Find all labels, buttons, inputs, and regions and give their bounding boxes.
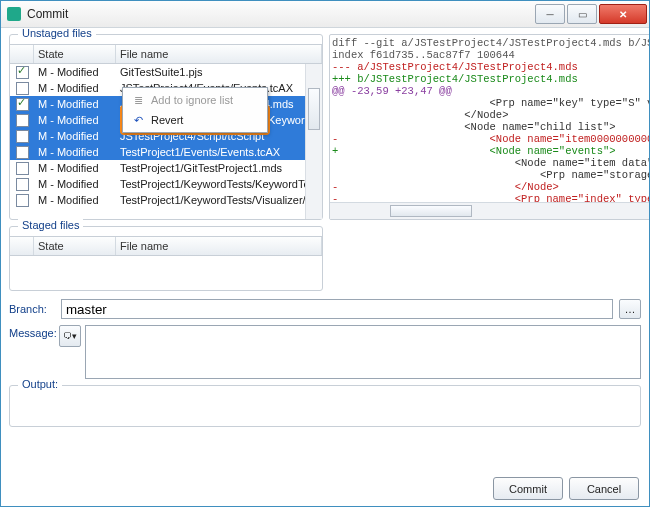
row-checkbox[interactable] <box>16 66 29 79</box>
table-row[interactable]: M - ModifiedGitTestSuite1.pjs <box>10 64 322 80</box>
diff-line: <Node name="item data"> <box>332 157 649 169</box>
row-checkbox[interactable] <box>16 146 29 159</box>
row-state: M - Modified <box>34 146 116 158</box>
diff-line: <Prp name="storage" type="S" <box>332 169 649 181</box>
table-row[interactable]: M - ModifiedTestProject1/Events/Events.t… <box>10 144 322 160</box>
close-button[interactable]: ✕ <box>599 4 647 24</box>
minimize-button[interactable]: ─ <box>535 4 565 24</box>
row-state: M - Modified <box>34 98 116 110</box>
ctx-revert[interactable]: ↶ Revert <box>125 110 265 130</box>
context-menu: ≣ Add to ignore list ↶ Revert <box>122 87 268 133</box>
row-checkbox[interactable] <box>16 130 29 143</box>
commit-button-label: Commit <box>509 483 547 495</box>
undo-icon: ↶ <box>131 114 145 127</box>
diff-line: - </Node> <box>332 181 649 193</box>
diff-line: diff --git a/JSTestProject4/JSTestProjec… <box>332 37 649 49</box>
row-checkbox[interactable] <box>16 114 29 127</box>
row-filename: TestProject1/KeywordTests/Visualizer/Tes… <box>116 194 322 206</box>
row-checkbox[interactable] <box>16 178 29 191</box>
row-filename: GitTestSuite1.pjs <box>116 66 322 78</box>
staged-list[interactable] <box>10 256 322 290</box>
row-filename: TestProject1/GitTestProject1.mds <box>116 162 322 174</box>
staged-header: State File name <box>10 236 322 256</box>
row-state: M - Modified <box>34 114 116 126</box>
diff-line: - <Node name="item0000000000"> <box>332 133 649 145</box>
row-filename: TestProject1/KeywordTests/KeywordTests.t… <box>116 178 322 190</box>
commit-button[interactable]: Commit <box>493 477 563 500</box>
window-title: Commit <box>27 7 533 21</box>
unstaged-files-group: Unstaged files State File name M - Modif… <box>9 34 323 220</box>
row-checkbox[interactable] <box>16 82 29 95</box>
row-state: M - Modified <box>34 194 116 206</box>
col-check[interactable] <box>10 45 34 63</box>
list-icon: ≣ <box>131 94 145 107</box>
row-state: M - Modified <box>34 66 116 78</box>
titlebar[interactable]: Commit ─ ▭ ✕ <box>1 1 649 28</box>
table-row[interactable]: M - ModifiedTestProject1/KeywordTests/Vi… <box>10 192 322 208</box>
ctx-revert-label: Revert <box>151 114 183 126</box>
col-state[interactable]: State <box>34 45 116 63</box>
row-state: M - Modified <box>34 162 116 174</box>
diff-line: <Prp name="key" type="S" value="{B504E <box>332 97 649 109</box>
diff-line: +++ b/JSTestProject4/JSTestProject4.mds <box>332 73 649 85</box>
col-filename[interactable]: File name <box>116 237 322 255</box>
diff-body[interactable]: diff --git a/JSTestProject4/JSTestProjec… <box>330 35 649 202</box>
diff-line: @@ -23,59 +23,47 @@ <box>332 85 649 97</box>
row-checkbox[interactable] <box>16 98 29 111</box>
row-checkbox[interactable] <box>16 162 29 175</box>
dialog-buttons: Commit Cancel <box>1 473 649 506</box>
col-filename[interactable]: File name <box>116 45 322 63</box>
branch-browse-button[interactable]: … <box>619 299 641 319</box>
row-state: M - Modified <box>34 130 116 142</box>
unstaged-list[interactable]: M - ModifiedGitTestSuite1.pjsM - Modifie… <box>10 64 322 219</box>
unstaged-legend: Unstaged files <box>18 28 96 39</box>
table-row[interactable]: M - ModifiedTestProject1/KeywordTests/Ke… <box>10 176 322 192</box>
app-icon <box>7 7 21 21</box>
maximize-button[interactable]: ▭ <box>567 4 597 24</box>
unstaged-scrollbar[interactable] <box>305 64 322 219</box>
row-state: M - Modified <box>34 178 116 190</box>
diff-line: index f61d735..5ac87f7 100644 <box>332 49 649 61</box>
cancel-button[interactable]: Cancel <box>569 477 639 500</box>
diff-line: --- a/JSTestProject4/JSTestProject4.mds <box>332 61 649 73</box>
output-legend: Output: <box>18 378 62 390</box>
message-history-button[interactable]: 🗨▾ <box>59 325 81 347</box>
diff-line: + <Node name="events"> <box>332 145 649 157</box>
ctx-add-to-ignore-label: Add to ignore list <box>151 94 233 106</box>
table-row[interactable]: M - ModifiedTestProject1/GitTestProject1… <box>10 160 322 176</box>
col-check[interactable] <box>10 237 34 255</box>
row-checkbox[interactable] <box>16 194 29 207</box>
message-history-icon: 🗨▾ <box>63 331 77 341</box>
cancel-button-label: Cancel <box>587 483 621 495</box>
output-group: Output: <box>9 385 641 427</box>
staged-files-group: Staged files State File name <box>9 226 323 291</box>
message-row: Message: 🗨▾ <box>9 325 641 379</box>
diff-h-scrollbar[interactable] <box>330 202 649 219</box>
output-body[interactable] <box>14 390 636 420</box>
commit-dialog: Commit ─ ▭ ✕ Unstaged files State File n… <box>0 0 650 507</box>
staged-legend: Staged files <box>18 219 83 231</box>
diff-line: </Node> <box>332 109 649 121</box>
col-state[interactable]: State <box>34 237 116 255</box>
diff-line: - <Prp name="index" type="I" valu <box>332 193 649 202</box>
row-filename: TestProject1/Events/Events.tcAX <box>116 146 322 158</box>
ctx-add-to-ignore[interactable]: ≣ Add to ignore list <box>125 90 265 110</box>
branch-label: Branch: <box>9 303 55 315</box>
message-textarea[interactable] <box>85 325 641 379</box>
message-label: Message: <box>9 325 55 379</box>
branch-row: Branch: … <box>9 299 641 319</box>
diff-pane: diff --git a/JSTestProject4/JSTestProjec… <box>329 34 649 220</box>
diff-line: <Node name="child list"> <box>332 121 649 133</box>
branch-input[interactable] <box>61 299 613 319</box>
row-state: M - Modified <box>34 82 116 94</box>
unstaged-header: State File name <box>10 44 322 64</box>
